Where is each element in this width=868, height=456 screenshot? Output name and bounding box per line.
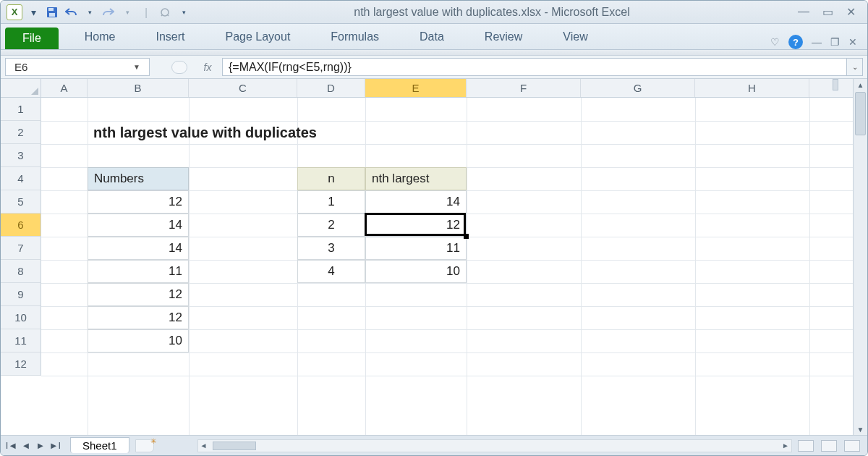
sheet-first-icon[interactable]: I◄ bbox=[5, 440, 18, 451]
worksheet-area: ABCDEFGH 123456789101112 nth largest val… bbox=[1, 79, 867, 435]
minimize-icon[interactable]: ― bbox=[798, 5, 809, 19]
n-cell[interactable]: 2 bbox=[297, 214, 365, 237]
nth-cell[interactable]: 11 bbox=[365, 237, 467, 260]
sheet-last-icon[interactable]: ►I bbox=[48, 440, 61, 451]
nth-cell[interactable]: 14 bbox=[365, 190, 467, 214]
save-icon[interactable] bbox=[44, 4, 60, 20]
numbers-cell[interactable]: 10 bbox=[88, 329, 189, 352]
numbers-header[interactable]: Numbers bbox=[88, 167, 189, 190]
n-header[interactable]: n bbox=[297, 167, 365, 190]
page-layout-view-icon[interactable] bbox=[821, 440, 837, 452]
scroll-up-icon[interactable]: ▲ bbox=[854, 79, 867, 90]
status-view-controls bbox=[798, 440, 867, 452]
tab-formulas[interactable]: Formulas bbox=[310, 26, 399, 49]
sheet-nav: I◄ ◄ ► ►I bbox=[1, 440, 66, 451]
name-box-value: E6 bbox=[14, 61, 27, 73]
undo-icon[interactable] bbox=[63, 4, 79, 20]
n-cell[interactable]: 4 bbox=[297, 260, 365, 283]
close-icon[interactable]: ✕ bbox=[846, 5, 856, 19]
excel-logo-icon bbox=[7, 4, 22, 20]
tab-page-layout[interactable]: Page Layout bbox=[205, 26, 310, 49]
help-icon[interactable]: ? bbox=[788, 35, 803, 49]
ribbon-min-icon[interactable]: ♡ bbox=[770, 36, 780, 48]
hscroll-thumb[interactable] bbox=[213, 442, 256, 450]
col-header-E[interactable]: E bbox=[365, 79, 467, 97]
formula-bar-expand-icon[interactable]: ⌄ bbox=[847, 58, 863, 76]
row-header-6[interactable]: 6 bbox=[1, 214, 41, 237]
row-header-4[interactable]: 4 bbox=[1, 167, 41, 190]
col-header-H[interactable]: H bbox=[695, 79, 809, 97]
row-header-11[interactable]: 11 bbox=[1, 329, 41, 352]
numbers-cell[interactable]: 12 bbox=[88, 190, 189, 214]
row-header-5[interactable]: 5 bbox=[1, 190, 41, 214]
split-handle[interactable] bbox=[833, 79, 838, 90]
name-box-dropdown-icon[interactable]: ▼ bbox=[133, 63, 140, 71]
scroll-right-icon[interactable]: ► bbox=[780, 440, 791, 452]
qat-dropdown-icon[interactable]: ▾ bbox=[25, 4, 41, 20]
mdi-close-icon[interactable]: ✕ bbox=[848, 36, 857, 48]
nth-header[interactable]: nth largest bbox=[365, 167, 467, 190]
mdi-minimize-icon[interactable]: ― bbox=[812, 36, 822, 48]
grid-main[interactable]: ABCDEFGH 123456789101112 nth largest val… bbox=[1, 79, 853, 435]
sheet-tab-bar: I◄ ◄ ► ►I Sheet1 ◄ ► bbox=[1, 435, 867, 455]
tab-file[interactable]: File bbox=[5, 28, 59, 49]
col-header-C[interactable]: C bbox=[189, 79, 297, 97]
row-header-9[interactable]: 9 bbox=[1, 283, 41, 306]
numbers-cell[interactable]: 12 bbox=[88, 283, 189, 306]
sheet-tab[interactable]: Sheet1 bbox=[70, 437, 129, 453]
redo-icon[interactable] bbox=[101, 4, 116, 20]
maximize-icon[interactable]: ▭ bbox=[822, 5, 833, 19]
nth-cell[interactable]: 12 bbox=[365, 214, 467, 237]
col-header-G[interactable]: G bbox=[581, 79, 695, 97]
cancel-entry-icon bbox=[171, 61, 187, 74]
tab-data[interactable]: Data bbox=[399, 26, 464, 49]
sheet-prev-icon[interactable]: ◄ bbox=[20, 440, 33, 451]
row-headers: 123456789101112 bbox=[1, 98, 41, 376]
select-all-corner[interactable] bbox=[1, 79, 41, 98]
touch-mode-icon[interactable] bbox=[157, 4, 173, 20]
n-cell[interactable]: 1 bbox=[297, 190, 365, 214]
col-header-F[interactable]: F bbox=[467, 79, 581, 97]
row-header-12[interactable]: 12 bbox=[1, 352, 41, 376]
new-sheet-icon[interactable] bbox=[135, 439, 154, 452]
row-header-8[interactable]: 8 bbox=[1, 260, 41, 283]
svg-rect-2 bbox=[49, 13, 55, 17]
scroll-left-icon[interactable]: ◄ bbox=[198, 440, 210, 452]
row-header-10[interactable]: 10 bbox=[1, 306, 41, 329]
tab-view[interactable]: View bbox=[542, 26, 608, 49]
normal-view-icon[interactable] bbox=[798, 440, 814, 452]
vertical-scrollbar[interactable]: ▲ ▼ bbox=[853, 79, 867, 435]
row-header-1[interactable]: 1 bbox=[1, 98, 41, 121]
formula-input[interactable]: {=MAX(IF(rng<E5,rng))} bbox=[222, 58, 847, 76]
scroll-down-icon[interactable]: ▼ bbox=[854, 423, 867, 435]
nth-cell[interactable]: 10 bbox=[365, 260, 467, 283]
qat-customize-icon[interactable]: ▾ bbox=[176, 4, 192, 20]
numbers-cell[interactable]: 14 bbox=[88, 237, 189, 260]
numbers-cell[interactable]: 11 bbox=[88, 260, 189, 283]
page-break-view-icon[interactable] bbox=[844, 440, 860, 452]
numbers-cell[interactable]: 14 bbox=[88, 214, 189, 237]
undo-dropdown-icon[interactable]: ▾ bbox=[82, 4, 98, 20]
sheet-title[interactable]: nth largest value with duplicates bbox=[88, 121, 522, 144]
fx-icon[interactable]: fx bbox=[193, 62, 222, 73]
horizontal-scrollbar[interactable]: ◄ ► bbox=[197, 439, 792, 452]
col-header-A[interactable]: A bbox=[41, 79, 88, 97]
row-header-7[interactable]: 7 bbox=[1, 237, 41, 260]
vscroll-thumb[interactable] bbox=[855, 92, 866, 135]
formula-bar: E6 ▼ fx {=MAX(IF(rng<E5,rng))} ⌄ bbox=[1, 56, 867, 79]
tab-review[interactable]: Review bbox=[464, 26, 542, 49]
redo-dropdown-icon[interactable]: ▾ bbox=[119, 4, 135, 20]
tab-insert[interactable]: Insert bbox=[135, 26, 205, 49]
n-cell[interactable]: 3 bbox=[297, 237, 365, 260]
tab-home[interactable]: Home bbox=[64, 26, 136, 49]
col-header-B[interactable]: B bbox=[88, 79, 189, 97]
cells-layer[interactable]: nth largest value with duplicatesNumbers… bbox=[41, 98, 853, 435]
sheet-next-icon[interactable]: ► bbox=[34, 440, 47, 451]
row-header-3[interactable]: 3 bbox=[1, 144, 41, 167]
mdi-restore-icon[interactable]: ❐ bbox=[830, 36, 840, 48]
numbers-cell[interactable]: 12 bbox=[88, 306, 189, 329]
col-header-D[interactable]: D bbox=[297, 79, 365, 97]
name-box[interactable]: E6 ▼ bbox=[5, 58, 150, 76]
row-header-2[interactable]: 2 bbox=[1, 121, 41, 144]
fill-handle[interactable] bbox=[464, 234, 469, 239]
